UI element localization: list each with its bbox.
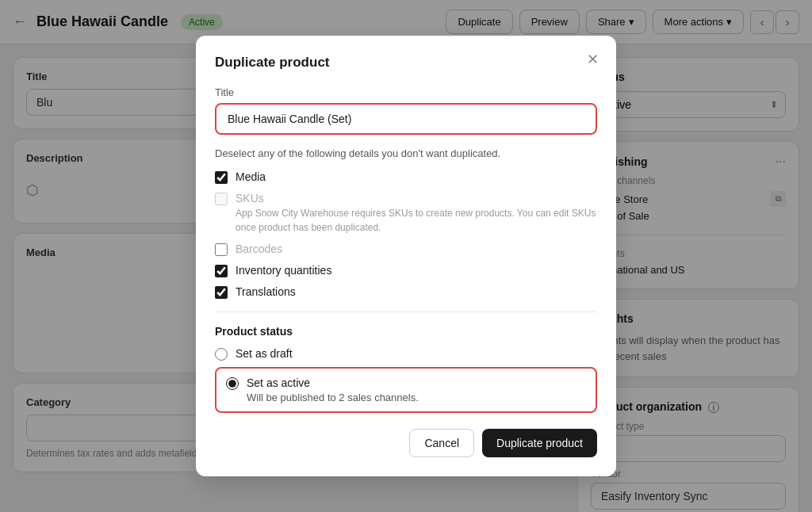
skus-label-block: SKUs App Snow City Warehouse requires SK… <box>236 192 597 235</box>
draft-label[interactable]: Set as draft <box>236 347 293 360</box>
media-checkbox-group: Media <box>215 170 597 184</box>
translations-label[interactable]: Translations <box>236 285 296 298</box>
media-label[interactable]: Media <box>236 170 266 183</box>
cancel-button[interactable]: Cancel <box>409 429 474 457</box>
active-radio[interactable] <box>226 377 239 390</box>
skus-checkbox[interactable] <box>215 193 228 205</box>
inventory-checkbox[interactable] <box>215 265 228 277</box>
inventory-row: Inventory quantities <box>215 264 597 277</box>
active-label[interactable]: Set as active <box>247 376 310 389</box>
modal-close-button[interactable]: ✕ <box>581 48 603 71</box>
duplicate-product-button[interactable]: Duplicate product <box>482 429 597 457</box>
translations-checkbox-group: Translations <box>215 285 597 299</box>
active-radio-box: Set as active Will be published to 2 sal… <box>215 367 597 413</box>
draft-radio[interactable] <box>215 348 228 361</box>
inventory-checkbox-group: Inventory quantities <box>215 264 597 277</box>
skus-checkbox-group: SKUs App Snow City Warehouse requires SK… <box>215 192 597 235</box>
modal-title-input[interactable] <box>215 103 597 135</box>
product-status-label: Product status <box>215 325 597 338</box>
draft-radio-row: Set as draft <box>215 347 597 361</box>
skus-row: SKUs App Snow City Warehouse requires SK… <box>215 192 597 235</box>
inventory-label[interactable]: Inventory quantities <box>236 264 331 277</box>
translations-checkbox[interactable] <box>215 286 228 299</box>
media-row: Media <box>215 170 597 184</box>
modal-overlay: Duplicate product ✕ Title Deselect any o… <box>0 0 812 512</box>
barcodes-row: Barcodes <box>215 243 597 256</box>
active-sub-text: Will be published to 2 sales channels. <box>226 392 586 403</box>
modal-footer: Cancel Duplicate product <box>215 429 597 457</box>
modal-title-field-label: Title <box>215 86 597 98</box>
skus-label: SKUs <box>236 192 597 204</box>
duplicate-product-modal: Duplicate product ✕ Title Deselect any o… <box>196 36 616 476</box>
barcodes-checkbox[interactable] <box>215 243 228 256</box>
active-radio-row: Set as active <box>226 376 586 390</box>
modal-title: Duplicate product <box>215 55 597 71</box>
skus-note: App Snow City Warehouse requires SKUs to… <box>236 206 597 235</box>
media-checkbox[interactable] <box>215 171 228 184</box>
deselect-label: Deselect any of the following details yo… <box>215 147 597 159</box>
translations-row: Translations <box>215 285 597 299</box>
barcodes-checkbox-group: Barcodes <box>215 243 597 256</box>
barcodes-label[interactable]: Barcodes <box>236 243 282 255</box>
